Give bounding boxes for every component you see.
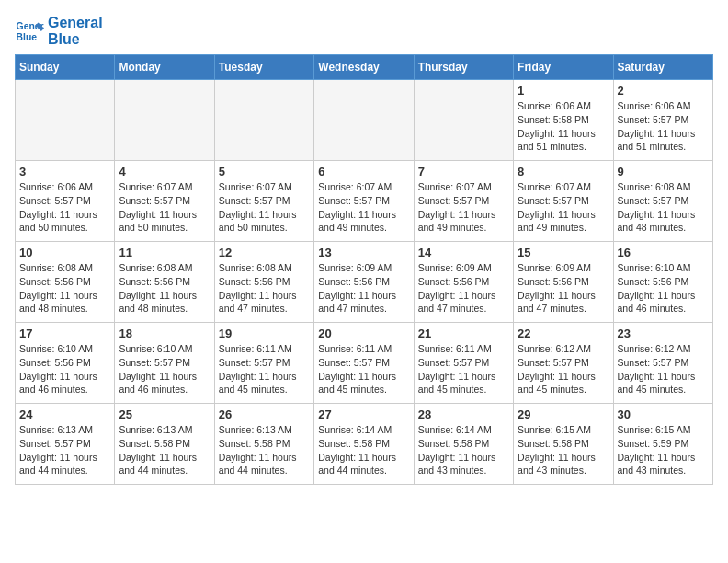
day-info: Sunrise: 6:14 AMSunset: 5:58 PMDaylight:… [418, 423, 509, 477]
day-info: Sunrise: 6:06 AMSunset: 5:57 PMDaylight:… [618, 99, 709, 154]
logo-text: General [48, 15, 103, 31]
calendar-week-row: 17Sunrise: 6:10 AMSunset: 5:56 PMDayligh… [16, 323, 713, 404]
day-info: Sunrise: 6:11 AMSunset: 5:57 PMDaylight:… [318, 342, 409, 396]
calendar-cell: 22Sunrise: 6:12 AMSunset: 5:57 PMDayligh… [514, 323, 613, 404]
day-info: Sunrise: 6:07 AMSunset: 5:57 PMDaylight:… [119, 180, 210, 235]
calendar-day-header: Monday [115, 55, 214, 80]
calendar-week-row: 1Sunrise: 6:06 AMSunset: 5:58 PMDaylight… [16, 80, 713, 161]
day-number: 30 [618, 408, 709, 421]
day-number: 6 [318, 165, 409, 178]
day-number: 16 [618, 246, 709, 259]
calendar-cell [115, 80, 214, 161]
calendar-day-header: Wednesday [314, 55, 414, 80]
day-info: Sunrise: 6:10 AMSunset: 5:56 PMDaylight:… [618, 261, 709, 316]
day-number: 13 [318, 246, 409, 259]
day-number: 29 [518, 408, 609, 421]
calendar-cell: 10Sunrise: 6:08 AMSunset: 5:56 PMDayligh… [16, 242, 115, 323]
day-info: Sunrise: 6:13 AMSunset: 5:58 PMDaylight:… [119, 423, 210, 477]
page-header: General Blue General Blue [15, 15, 713, 47]
day-number: 27 [318, 408, 409, 421]
calendar-header-row: SundayMondayTuesdayWednesdayThursdayFrid… [16, 55, 713, 80]
day-number: 14 [418, 246, 509, 259]
day-number: 10 [19, 246, 110, 259]
calendar-cell: 20Sunrise: 6:11 AMSunset: 5:57 PMDayligh… [314, 323, 414, 404]
calendar-cell: 9Sunrise: 6:08 AMSunset: 5:57 PMDaylight… [613, 161, 712, 242]
day-number: 21 [418, 327, 509, 340]
calendar-cell: 3Sunrise: 6:06 AMSunset: 5:57 PMDaylight… [16, 161, 115, 242]
day-number: 18 [119, 327, 210, 340]
calendar-cell: 7Sunrise: 6:07 AMSunset: 5:57 PMDaylight… [414, 161, 513, 242]
day-info: Sunrise: 6:10 AMSunset: 5:56 PMDaylight:… [19, 342, 110, 396]
calendar-cell: 5Sunrise: 6:07 AMSunset: 5:57 PMDaylight… [214, 161, 313, 242]
calendar-cell: 12Sunrise: 6:08 AMSunset: 5:56 PMDayligh… [214, 242, 313, 323]
day-info: Sunrise: 6:11 AMSunset: 5:57 PMDaylight:… [418, 342, 509, 396]
day-number: 7 [418, 165, 509, 178]
day-number: 17 [19, 327, 110, 340]
day-number: 25 [119, 408, 210, 421]
day-number: 3 [19, 165, 110, 178]
day-info: Sunrise: 6:12 AMSunset: 5:57 PMDaylight:… [518, 342, 609, 396]
calendar-cell: 16Sunrise: 6:10 AMSunset: 5:56 PMDayligh… [613, 242, 712, 323]
calendar-cell: 11Sunrise: 6:08 AMSunset: 5:56 PMDayligh… [115, 242, 214, 323]
calendar-day-header: Tuesday [214, 55, 313, 80]
calendar-table: SundayMondayTuesdayWednesdayThursdayFrid… [15, 54, 713, 485]
calendar-cell: 25Sunrise: 6:13 AMSunset: 5:58 PMDayligh… [115, 404, 214, 485]
day-number: 8 [518, 165, 609, 178]
calendar-cell [314, 80, 414, 161]
day-number: 11 [119, 246, 210, 259]
svg-text:Blue: Blue [17, 31, 38, 41]
logo: General Blue General Blue [15, 15, 103, 47]
day-number: 4 [119, 165, 210, 178]
day-info: Sunrise: 6:15 AMSunset: 5:58 PMDaylight:… [518, 423, 609, 477]
calendar-day-header: Saturday [613, 55, 712, 80]
day-number: 12 [219, 246, 310, 259]
calendar-cell: 4Sunrise: 6:07 AMSunset: 5:57 PMDaylight… [115, 161, 214, 242]
calendar-cell: 26Sunrise: 6:13 AMSunset: 5:58 PMDayligh… [214, 404, 313, 485]
day-info: Sunrise: 6:06 AMSunset: 5:58 PMDaylight:… [518, 99, 609, 154]
day-number: 28 [418, 408, 509, 421]
day-info: Sunrise: 6:08 AMSunset: 5:56 PMDaylight:… [119, 261, 210, 316]
day-info: Sunrise: 6:08 AMSunset: 5:57 PMDaylight:… [618, 180, 709, 235]
day-info: Sunrise: 6:13 AMSunset: 5:58 PMDaylight:… [219, 423, 310, 477]
day-number: 23 [618, 327, 709, 340]
calendar-cell: 21Sunrise: 6:11 AMSunset: 5:57 PMDayligh… [414, 323, 513, 404]
calendar-day-header: Thursday [414, 55, 513, 80]
calendar-cell: 27Sunrise: 6:14 AMSunset: 5:58 PMDayligh… [314, 404, 414, 485]
day-info: Sunrise: 6:09 AMSunset: 5:56 PMDaylight:… [418, 261, 509, 316]
day-number: 15 [518, 246, 609, 259]
day-info: Sunrise: 6:10 AMSunset: 5:57 PMDaylight:… [119, 342, 210, 396]
calendar-cell: 19Sunrise: 6:11 AMSunset: 5:57 PMDayligh… [214, 323, 313, 404]
calendar-cell [16, 80, 115, 161]
calendar-cell: 1Sunrise: 6:06 AMSunset: 5:58 PMDaylight… [514, 80, 613, 161]
day-info: Sunrise: 6:07 AMSunset: 5:57 PMDaylight:… [418, 180, 509, 235]
day-number: 5 [219, 165, 310, 178]
calendar-cell: 8Sunrise: 6:07 AMSunset: 5:57 PMDaylight… [514, 161, 613, 242]
day-info: Sunrise: 6:13 AMSunset: 5:57 PMDaylight:… [19, 423, 110, 477]
calendar-cell [214, 80, 313, 161]
calendar-cell: 28Sunrise: 6:14 AMSunset: 5:58 PMDayligh… [414, 404, 513, 485]
calendar-cell [414, 80, 513, 161]
day-number: 24 [19, 408, 110, 421]
day-info: Sunrise: 6:15 AMSunset: 5:59 PMDaylight:… [618, 423, 709, 477]
calendar-cell: 6Sunrise: 6:07 AMSunset: 5:57 PMDaylight… [314, 161, 414, 242]
day-number: 19 [219, 327, 310, 340]
day-number: 2 [618, 84, 709, 98]
calendar-cell: 18Sunrise: 6:10 AMSunset: 5:57 PMDayligh… [115, 323, 214, 404]
logo-icon: General Blue [15, 17, 44, 46]
day-number: 22 [518, 327, 609, 340]
day-info: Sunrise: 6:08 AMSunset: 5:56 PMDaylight:… [19, 261, 110, 316]
day-info: Sunrise: 6:09 AMSunset: 5:56 PMDaylight:… [518, 261, 609, 316]
calendar-week-row: 10Sunrise: 6:08 AMSunset: 5:56 PMDayligh… [16, 242, 713, 323]
calendar-week-row: 3Sunrise: 6:06 AMSunset: 5:57 PMDaylight… [16, 161, 713, 242]
day-info: Sunrise: 6:06 AMSunset: 5:57 PMDaylight:… [19, 180, 110, 235]
calendar-cell: 17Sunrise: 6:10 AMSunset: 5:56 PMDayligh… [16, 323, 115, 404]
calendar-day-header: Sunday [16, 55, 115, 80]
calendar-cell: 13Sunrise: 6:09 AMSunset: 5:56 PMDayligh… [314, 242, 414, 323]
logo-text2: Blue [48, 31, 103, 48]
calendar-body: 1Sunrise: 6:06 AMSunset: 5:58 PMDaylight… [16, 80, 713, 485]
day-info: Sunrise: 6:11 AMSunset: 5:57 PMDaylight:… [219, 342, 310, 396]
calendar-cell: 24Sunrise: 6:13 AMSunset: 5:57 PMDayligh… [16, 404, 115, 485]
calendar-cell: 29Sunrise: 6:15 AMSunset: 5:58 PMDayligh… [514, 404, 613, 485]
calendar-day-header: Friday [514, 55, 613, 80]
calendar-cell: 30Sunrise: 6:15 AMSunset: 5:59 PMDayligh… [613, 404, 712, 485]
